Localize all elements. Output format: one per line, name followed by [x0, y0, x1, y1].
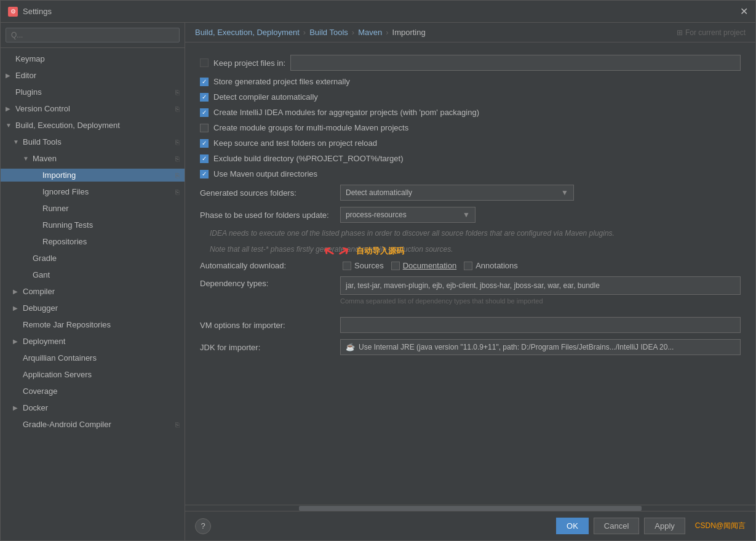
- plugins-copy-icon: ⎘: [175, 89, 180, 96]
- sep3: ›: [386, 28, 388, 37]
- annotations-label: Annotations: [475, 261, 518, 270]
- deploy-arrow: ▶: [13, 338, 20, 345]
- sidebar-item-ignored-files[interactable]: Ignored Files ⎘: [1, 183, 185, 200]
- sidebar-item-gradle[interactable]: Gradle: [1, 250, 185, 266]
- bottom-right: OK Cancel Apply CSDN@闻闻言: [556, 518, 746, 534]
- store-generated-checkbox[interactable]: [200, 78, 209, 86]
- sidebar-item-remote-jar[interactable]: Remote Jar Repositories: [1, 316, 185, 333]
- csdn-watermark: CSDN@闻闻言: [695, 521, 746, 531]
- store-generated-row: Store generated project files externally: [200, 77, 741, 86]
- sidebar-item-keymap[interactable]: Keymap: [1, 50, 185, 67]
- auto-download-label: Automatically download:: [200, 261, 335, 270]
- keep-project-row: Keep project files in:: [200, 55, 741, 71]
- search-box: [1, 23, 185, 48]
- vm-input[interactable]: [340, 317, 741, 333]
- keep-project-input[interactable]: [290, 55, 741, 71]
- keep-project-checkbox[interactable]: [200, 58, 209, 67]
- jdk-label: JDK for importer:: [200, 343, 335, 352]
- dependency-hint: Comma separated list of dependency types…: [340, 297, 741, 305]
- sidebar-item-build-tools[interactable]: ▼ Build Tools ⎘: [1, 134, 185, 150]
- ga-copy-icon: ⎘: [175, 421, 180, 428]
- keep-source-label: Keep source and test folders on project …: [213, 138, 377, 148]
- search-input[interactable]: [6, 28, 180, 42]
- sidebar-item-build-execution[interactable]: ▼ Build, Execution, Deployment: [1, 117, 185, 134]
- ok-button[interactable]: OK: [556, 518, 589, 534]
- sidebar-item-compiler[interactable]: ▶ Compiler: [1, 283, 185, 300]
- breadcrumb-build-execution: Build, Execution, Deployment: [195, 28, 300, 37]
- horizontal-scrollbar[interactable]: [185, 505, 755, 511]
- dependency-label: Dependency types:: [200, 276, 335, 288]
- create-intellij-checkbox[interactable]: [200, 108, 209, 117]
- sidebar-item-gradle-android[interactable]: Gradle-Android Compiler ⎘: [1, 416, 185, 433]
- sidebar-item-plugins[interactable]: Plugins ⎘: [1, 84, 185, 100]
- sidebar-item-app-servers[interactable]: Application Servers: [1, 366, 185, 383]
- sidebar-item-running-tests[interactable]: Running Tests: [1, 217, 185, 233]
- create-groups-checkbox[interactable]: [200, 124, 209, 132]
- documentation-checkbox[interactable]: [391, 262, 400, 270]
- info-text-1: IDEA needs to execute one of the listed …: [205, 229, 741, 238]
- documentation-label: Documentation: [403, 261, 456, 270]
- exclude-build-label: Exclude build directory (%PROJECT_ROOT%/…: [213, 154, 403, 163]
- sidebar: Keymap ▶ Editor Plugins ⎘: [1, 23, 185, 540]
- sidebar-item-importing[interactable]: Importing ⎘: [1, 167, 185, 183]
- sidebar-item-version-control[interactable]: ▶ Version Control ⎘: [1, 100, 185, 117]
- info-text-2: Note that all test-* phases firstly gene…: [205, 245, 741, 254]
- exclude-build-checkbox[interactable]: [200, 154, 209, 163]
- breadcrumb-maven: Maven: [358, 28, 382, 37]
- dropdown-arrow: ▼: [561, 188, 568, 197]
- dependency-container: Comma separated list of dependency types…: [340, 276, 741, 311]
- ignored-copy-icon: ⎘: [175, 188, 180, 196]
- apply-button[interactable]: Apply: [644, 518, 685, 534]
- help-button[interactable]: ?: [195, 518, 211, 534]
- importing-copy-icon: ⎘: [175, 172, 180, 179]
- sidebar-item-docker[interactable]: ▶ Docker: [1, 399, 185, 416]
- breadcrumb-bar: Build, Execution, Deployment › Build Too…: [185, 23, 755, 42]
- title-bar-left: ⚙ Settings: [8, 7, 52, 17]
- detect-compiler-label: Detect compiler automatically: [213, 92, 318, 102]
- sidebar-tree: Keymap ▶ Editor Plugins ⎘: [1, 48, 185, 540]
- phase-label: Phase to be used for folders update:: [200, 210, 335, 220]
- generated-sources-dropdown[interactable]: Detect automatically ▼: [340, 185, 574, 201]
- sidebar-item-coverage[interactable]: Coverage: [1, 383, 185, 399]
- keep-project-label: Keep project files in:: [213, 58, 285, 68]
- for-current-icon: ⊞: [677, 28, 683, 37]
- documentation-option: Documentation: [391, 261, 456, 270]
- main-content: Keymap ▶ Editor Plugins ⎘: [1, 23, 755, 540]
- jdk-dropdown[interactable]: ☕ Use Internal JRE (java version "11.0.9…: [340, 339, 741, 355]
- dependency-input[interactable]: [340, 276, 741, 295]
- be-arrow: ▼: [6, 122, 13, 129]
- close-button[interactable]: ✕: [740, 6, 748, 17]
- detect-compiler-checkbox[interactable]: [200, 93, 209, 102]
- maven-copy-icon: ⎘: [175, 155, 180, 162]
- main-panel: Build, Execution, Deployment › Build Too…: [185, 23, 755, 540]
- sidebar-item-gant[interactable]: Gant: [1, 266, 185, 283]
- sources-checkbox[interactable]: [343, 262, 351, 270]
- sidebar-item-editor[interactable]: ▶ Editor: [1, 67, 185, 84]
- phase-value: process-resources: [346, 210, 407, 219]
- scrollbar-thumb: [299, 506, 641, 511]
- vc-copy-icon: ⎘: [175, 105, 180, 113]
- cancel-button[interactable]: Cancel: [594, 518, 639, 534]
- jdk-value: Use Internal JRE (java version "11.0.9+1…: [359, 343, 735, 351]
- editor-arrow: ▶: [6, 72, 13, 79]
- generated-sources-label: Generated sources folders:: [200, 188, 335, 198]
- breadcrumb: Build, Execution, Deployment › Build Too…: [195, 28, 426, 37]
- sidebar-item-deployment[interactable]: ▶ Deployment: [1, 333, 185, 350]
- annotations-checkbox[interactable]: [464, 262, 472, 270]
- keep-source-checkbox[interactable]: [200, 139, 209, 148]
- phase-dropdown[interactable]: process-resources ▼: [340, 207, 475, 223]
- sidebar-item-maven[interactable]: ▼ Maven ⎘: [1, 150, 185, 167]
- sidebar-item-arquillian[interactable]: Arquillian Containers: [1, 350, 185, 366]
- sidebar-item-runner[interactable]: Runner: [1, 200, 185, 217]
- generated-sources-value: Detect automatically: [346, 188, 412, 197]
- jdk-icon: ☕: [346, 343, 355, 351]
- info-block: IDEA needs to execute one of the listed …: [200, 229, 741, 254]
- dependency-row: Dependency types: Comma separated list o…: [200, 276, 741, 311]
- debugger-arrow: ▶: [13, 305, 20, 311]
- use-maven-checkbox[interactable]: [200, 170, 209, 178]
- create-intellij-row: Create IntelliJ IDEA modules for aggrega…: [200, 108, 741, 117]
- sidebar-item-debugger[interactable]: ▶ Debugger: [1, 300, 185, 316]
- sidebar-item-repositories[interactable]: Repositories: [1, 233, 185, 250]
- generated-sources-row: Generated sources folders: Detect automa…: [200, 185, 741, 201]
- compiler-arrow: ▶: [13, 288, 20, 295]
